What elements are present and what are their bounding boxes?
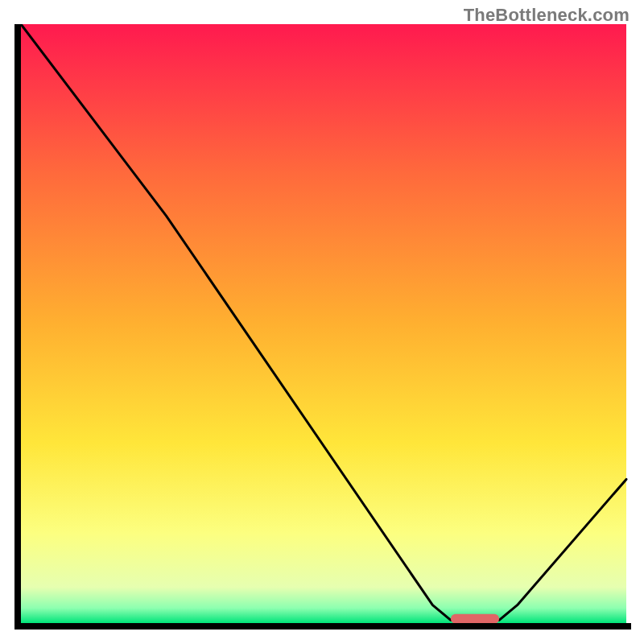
bottleneck-chart [13, 24, 631, 633]
optimal-range-marker [451, 614, 499, 624]
chart-frame [13, 24, 631, 633]
gradient-background [21, 24, 626, 623]
watermark-text: TheBottleneck.com [464, 5, 630, 26]
